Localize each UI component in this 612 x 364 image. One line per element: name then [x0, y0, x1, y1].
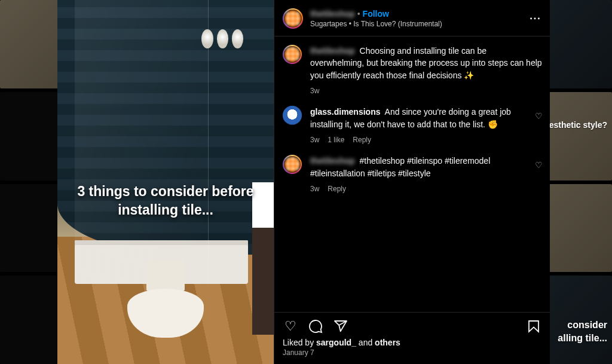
comment-like-count[interactable]: 1 like	[328, 135, 344, 145]
svg-point-0	[530, 18, 532, 20]
liked-by-user: sargould_	[316, 338, 356, 347]
svg-point-2	[538, 18, 540, 20]
share-button[interactable]	[333, 319, 348, 334]
ellipsis-icon	[528, 12, 541, 25]
post-modal: 3 things to consider before installing t…	[57, 0, 550, 364]
comment-avatar[interactable]	[283, 155, 302, 174]
comment-row: thetileshop #thetileshop #tileinspo #til…	[283, 155, 543, 194]
comment-meta: 3wReply	[310, 184, 522, 194]
liked-by-others: others	[375, 338, 400, 347]
post-side-panel: thetileshop • Follow Sugartapes • Is Thi…	[274, 0, 550, 364]
save-button[interactable]	[526, 319, 541, 334]
comment-meta: 3w1 likeReply	[310, 135, 522, 145]
comments-list: thetileshop Choosing and installing tile…	[274, 36, 550, 312]
separator-dot: •	[357, 9, 360, 19]
comment-age: 3w	[310, 184, 319, 194]
comment-body: thetileshop Choosing and installing tile…	[310, 45, 543, 96]
comment-reply-button[interactable]: Reply	[353, 135, 371, 145]
action-bar: ♡	[274, 312, 550, 337]
comment-username[interactable]: glass.dimensions	[310, 107, 380, 117]
author-avatar[interactable]	[283, 8, 303, 29]
bookmark-icon	[527, 319, 541, 334]
more-options-button[interactable]	[527, 11, 543, 26]
comment-body: glass.dimensions And since you're doing …	[310, 106, 522, 145]
comment-username[interactable]: thetileshop	[310, 156, 355, 166]
svg-point-1	[534, 18, 536, 20]
bg-text-consider: consider	[567, 319, 607, 332]
comment-button[interactable]	[308, 319, 323, 334]
bg-text-tile: alling tile...	[558, 332, 607, 345]
post-media[interactable]: 3 things to consider before installing t…	[57, 0, 274, 364]
post-date: January 7	[274, 348, 550, 364]
post-header: thetileshop • Follow Sugartapes • Is Thi…	[274, 0, 550, 36]
comment-body: thetileshop #thetileshop #tileinspo #til…	[310, 155, 522, 194]
audio-attribution[interactable]: Sugartapes • Is This Love? (Instrumental…	[310, 20, 520, 28]
like-button[interactable]: ♡	[283, 319, 298, 334]
media-overlay-text: 3 things to consider before installing t…	[57, 182, 274, 219]
comment-row: glass.dimensions And since you're doing …	[283, 106, 543, 145]
comment-meta: 3w	[310, 86, 543, 96]
author-username[interactable]: thetileshop	[310, 9, 355, 19]
share-icon	[333, 319, 348, 334]
comment-row: thetileshop Choosing and installing tile…	[283, 45, 543, 96]
comment-avatar[interactable]	[283, 45, 302, 64]
comment-age: 3w	[310, 86, 319, 96]
comment-age: 3w	[310, 135, 319, 145]
follow-button[interactable]: Follow	[363, 9, 389, 19]
comment-like-button[interactable]: ♡	[535, 111, 543, 145]
heart-icon: ♡	[284, 320, 296, 333]
comment-like-button[interactable]: ♡	[535, 160, 543, 194]
heart-icon: ♡	[535, 160, 543, 170]
likes-line[interactable]: Liked by sargould_ and others	[274, 337, 550, 348]
comment-avatar[interactable]	[283, 106, 302, 125]
heart-icon: ♡	[535, 111, 543, 121]
comment-icon	[308, 319, 323, 334]
comment-username[interactable]: thetileshop	[310, 46, 355, 56]
comment-reply-button[interactable]: Reply	[328, 184, 346, 194]
